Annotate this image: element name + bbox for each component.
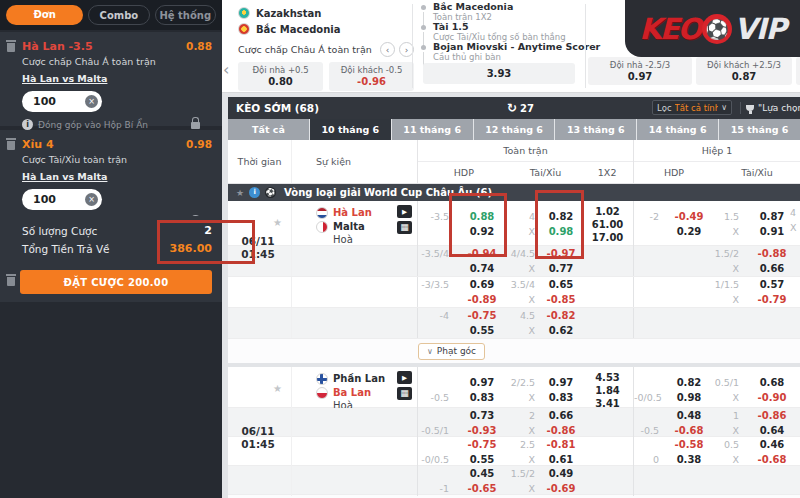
odds-value[interactable]: 0.65 bbox=[549, 279, 574, 290]
refresh-icon[interactable]: ↻ bbox=[507, 101, 517, 115]
odds-box-home[interactable]: Đội nhà +0.5 0.80 bbox=[238, 62, 323, 91]
odds-value[interactable]: -0.97 bbox=[547, 248, 576, 259]
corner-market-toggle[interactable]: ∨Phạt góc bbox=[418, 343, 485, 360]
odds-value[interactable]: 0.82 bbox=[549, 211, 574, 222]
odds-value[interactable]: 0.98 bbox=[549, 226, 574, 237]
odds-value[interactable]: -0.75 bbox=[468, 310, 497, 321]
clear-betslip-icon[interactable] bbox=[7, 277, 15, 286]
odds-value[interactable]: 0.74 bbox=[470, 263, 495, 274]
odds-value[interactable]: 0.45 bbox=[470, 468, 495, 479]
odds-box-home[interactable]: Đội nhà -2.5/3 0.97 bbox=[588, 57, 692, 85]
prev-market-arrow-icon[interactable]: ‹ bbox=[380, 42, 395, 57]
stats-button[interactable]: ▦ bbox=[397, 387, 412, 400]
betslip-tab-combo[interactable]: Combo bbox=[88, 5, 149, 25]
date-tab-jun15[interactable]: 15 tháng 6 bbox=[719, 119, 800, 140]
odds-value[interactable]: 0.87 bbox=[760, 211, 785, 222]
carousel-left-arrow-icon[interactable]: ‹ bbox=[223, 60, 229, 79]
odds-value[interactable]: -0.58 bbox=[675, 439, 704, 450]
stats-button[interactable]: ▦ bbox=[397, 221, 412, 234]
odds-value[interactable]: 17.00 bbox=[592, 232, 624, 243]
odds-value[interactable]: -0.75 bbox=[468, 439, 497, 450]
odds-value[interactable]: 0.77 bbox=[549, 263, 574, 274]
odds-value[interactable]: 0.49 bbox=[549, 468, 574, 479]
market-title: KÈO SỚM (68) bbox=[236, 102, 319, 114]
odds-value[interactable]: 0.55 bbox=[470, 325, 495, 336]
stake-input[interactable]: 100 × bbox=[22, 189, 102, 210]
place-bet-button[interactable]: ĐẶT CƯỢC 200.00 bbox=[20, 270, 212, 294]
odds-box-away[interactable]: Đội khách +2.5/3 0.87 bbox=[696, 57, 792, 85]
clear-stake-icon[interactable]: × bbox=[85, 193, 98, 206]
odds-value[interactable]: 0.83 bbox=[549, 392, 574, 403]
odds-value[interactable]: -0.69 bbox=[547, 483, 576, 494]
date-tab-all[interactable]: Tất cả bbox=[228, 119, 309, 140]
odds-value[interactable]: 0.48 bbox=[677, 410, 702, 421]
odds-value[interactable]: 0.69 bbox=[470, 279, 495, 290]
odds-label: Đội nhà +0.5 bbox=[238, 65, 323, 75]
date-tab-jun12[interactable]: 12 tháng 6 bbox=[474, 119, 555, 140]
odds-value[interactable]: 0.68 bbox=[760, 377, 785, 388]
odds-value[interactable]: 0.29 bbox=[677, 226, 702, 237]
odds-value[interactable]: 1.84 bbox=[595, 385, 620, 396]
odds-value[interactable]: 0.62 bbox=[549, 325, 574, 336]
odds-value[interactable]: -0.68 bbox=[758, 454, 787, 465]
remove-bet-icon[interactable] bbox=[7, 43, 15, 52]
odds-value[interactable]: -0.90 bbox=[758, 392, 787, 403]
odds-value[interactable]: -0.89 bbox=[468, 294, 497, 305]
bet-match-link[interactable]: Hà Lan vs Malta bbox=[22, 73, 107, 84]
league-picker[interactable]: "Lựa chọn giải bbox=[746, 97, 800, 119]
odds-value[interactable]: -0.49 bbox=[675, 211, 704, 222]
stake-input[interactable]: 100 × bbox=[22, 91, 102, 112]
clear-stake-icon[interactable]: × bbox=[85, 95, 98, 108]
odds-value[interactable]: 0.38 bbox=[677, 454, 702, 465]
odds-value[interactable]: 0.83 bbox=[470, 392, 495, 403]
date-tab-jun11[interactable]: 11 tháng 6 bbox=[392, 119, 473, 140]
odds-value[interactable]: -0.81 bbox=[547, 439, 576, 450]
odds-value[interactable]: 4.53 bbox=[595, 372, 620, 383]
odds-value[interactable]: -0.86 bbox=[758, 410, 787, 421]
odds-value[interactable]: 0.97 bbox=[470, 377, 495, 388]
play-stream-button[interactable]: ▶ bbox=[397, 371, 412, 384]
favorite-star-icon[interactable]: ★ bbox=[273, 217, 282, 228]
odds-value[interactable]: 1.02 bbox=[595, 206, 620, 217]
feature-filter-dropdown[interactable]: Lọc Tất cả tính năng ∨ bbox=[652, 100, 732, 115]
odds-value[interactable]: 0.57 bbox=[760, 279, 785, 290]
betslip-tab-system[interactable]: Hệ thống bbox=[155, 5, 216, 25]
odds-value[interactable]: 0.55 bbox=[470, 454, 495, 465]
odds-value[interactable]: -0.82 bbox=[547, 310, 576, 321]
odds-value[interactable]: -0.86 bbox=[547, 425, 576, 436]
odds-value[interactable]: 0.82 bbox=[677, 377, 702, 388]
odds-box-away[interactable]: Đội khách -0.5 -0.96 bbox=[329, 62, 414, 91]
odds-value[interactable]: 0.91 bbox=[760, 226, 785, 237]
betslip-tab-single[interactable]: Đơn bbox=[6, 5, 83, 25]
odds-value[interactable]: 0.61 bbox=[549, 454, 574, 465]
odds-value[interactable]: 0.73 bbox=[470, 410, 495, 421]
odds-value[interactable]: -0.88 bbox=[758, 248, 787, 259]
odds-value[interactable]: 0.66 bbox=[760, 263, 785, 274]
remove-bet-icon[interactable] bbox=[7, 141, 15, 150]
odds-value[interactable]: 0.97 bbox=[549, 377, 574, 388]
odds-value[interactable]: 0.92 bbox=[470, 226, 495, 237]
odds-value[interactable]: -0.93 bbox=[468, 425, 497, 436]
odds-value[interactable]: 0.66 bbox=[549, 410, 574, 421]
odds-value[interactable]: 0.98 bbox=[677, 392, 702, 403]
odds-value[interactable]: 61.00 bbox=[592, 219, 624, 230]
league-header-bar[interactable]: ★ i ⚽ Vòng loại giải World Cup Châu Âu (… bbox=[228, 184, 800, 201]
odds-value[interactable]: -0.94 bbox=[468, 248, 497, 259]
date-tab-jun13[interactable]: 13 tháng 6 bbox=[555, 119, 636, 140]
date-tab-jun14[interactable]: 14 tháng 6 bbox=[637, 119, 718, 140]
odds-value[interactable]: -0.65 bbox=[468, 483, 497, 494]
favorite-star-icon[interactable]: ★ bbox=[273, 383, 282, 394]
parlay-odds-box[interactable]: 3.93 bbox=[423, 63, 575, 84]
play-stream-button[interactable]: ▶ bbox=[397, 205, 412, 218]
favorite-star-icon[interactable]: ★ bbox=[236, 188, 244, 198]
odds-value[interactable]: 3.41 bbox=[595, 398, 620, 409]
odds-value[interactable]: 0.46 bbox=[760, 439, 785, 450]
odds-value[interactable]: 0.88 bbox=[470, 211, 495, 222]
date-tab-jun10[interactable]: 10 tháng 6 bbox=[310, 119, 391, 140]
odds-value[interactable]: -0.68 bbox=[675, 425, 704, 436]
odds-value[interactable]: -0.85 bbox=[547, 294, 576, 305]
odds-value[interactable]: -0.79 bbox=[758, 294, 787, 305]
bet-match-link[interactable]: Hà Lan vs Malta bbox=[22, 171, 107, 182]
odds-value[interactable]: 0.64 bbox=[760, 425, 785, 436]
refresh-control[interactable]: ↻ 27 bbox=[507, 101, 534, 115]
